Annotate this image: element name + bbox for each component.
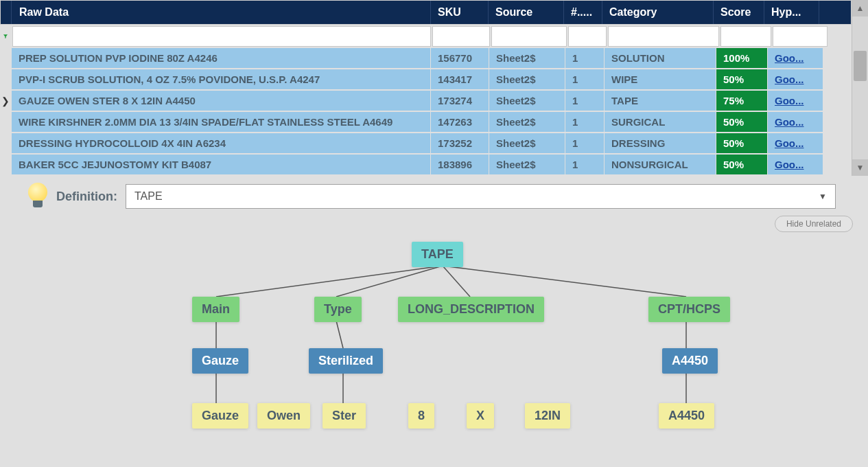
tree-token[interactable]: Owen: [257, 403, 310, 429]
cell-count[interactable]: 1: [565, 133, 604, 153]
cell-count[interactable]: 1: [565, 69, 604, 89]
cell-category[interactable]: NONSURGICAL: [605, 155, 716, 174]
scroll-down-button[interactable]: ▼: [852, 159, 868, 176]
hyperlink[interactable]: Goo...: [775, 159, 804, 170]
cell-raw[interactable]: BAKER 5CC JEJUNOSTOMY KIT B4087: [12, 155, 430, 174]
cell-raw[interactable]: GAUZE OWEN STER 8 X 12IN A4450: [12, 91, 430, 111]
filter-icon[interactable]: [0, 25, 11, 48]
hyperlink[interactable]: Goo...: [775, 137, 804, 149]
filter-sku[interactable]: [432, 26, 490, 47]
cell-source[interactable]: Sheet2$: [489, 155, 565, 174]
cell-hyperlink[interactable]: Goo...: [768, 48, 823, 68]
cell-source[interactable]: Sheet2$: [489, 69, 565, 89]
hide-unrelated-button[interactable]: Hide Unrelated: [775, 216, 853, 232]
cell-sku[interactable]: 156770: [431, 48, 489, 68]
cell-score[interactable]: 50%: [716, 133, 767, 153]
cell-category[interactable]: SURGICAL: [605, 112, 716, 132]
cell-source[interactable]: Sheet2$: [489, 112, 565, 132]
col-header-source[interactable]: Source: [489, 1, 564, 24]
tree-val-main[interactable]: Gauze: [192, 348, 248, 374]
tree-token[interactable]: Ster: [322, 403, 366, 429]
col-header-hyp[interactable]: Hyp...: [764, 1, 819, 24]
col-header-sku[interactable]: SKU: [431, 1, 489, 24]
row-indicator[interactable]: ❯: [0, 91, 11, 111]
cell-count[interactable]: 1: [565, 112, 604, 132]
row-indicator[interactable]: [0, 48, 11, 68]
cell-count[interactable]: 1: [565, 48, 604, 68]
cell-raw[interactable]: PVP-I SCRUB SOLUTION, 4 OZ 7.5% POVIDONE…: [12, 69, 430, 89]
cell-source[interactable]: Sheet2$: [489, 133, 565, 153]
row-indicator[interactable]: [0, 112, 11, 132]
cell-hyperlink[interactable]: Goo...: [768, 91, 823, 111]
cell-score[interactable]: 50%: [716, 112, 767, 132]
scroll-up-button[interactable]: ▲: [852, 0, 868, 16]
tree-attr-long[interactable]: LONG_DESCRIPTION: [398, 297, 544, 322]
filter-count[interactable]: [568, 26, 607, 47]
tree-attr-cpt[interactable]: CPT/HCPS: [648, 297, 730, 322]
cell-score[interactable]: 75%: [716, 91, 767, 111]
cell-sku[interactable]: 183896: [431, 155, 489, 174]
cell-sku[interactable]: 147263: [431, 112, 489, 132]
cell-score[interactable]: 50%: [716, 69, 767, 89]
table-row[interactable]: DRESSING HYDROCOLLOID 4X 4IN A6234173252…: [0, 133, 852, 153]
tree-attr-type[interactable]: Type: [314, 297, 362, 322]
table-row[interactable]: ❯GAUZE OWEN STER 8 X 12IN A4450173274She…: [0, 91, 852, 111]
cell-category[interactable]: WIPE: [605, 69, 716, 89]
tree-token[interactable]: Gauze: [192, 403, 248, 429]
filter-hyp[interactable]: [773, 26, 828, 47]
tree-attr-main[interactable]: Main: [192, 297, 239, 322]
hyperlink[interactable]: Goo...: [775, 116, 804, 128]
row-indicator[interactable]: [0, 69, 11, 89]
col-header-score[interactable]: Score: [714, 1, 764, 24]
cell-count[interactable]: 1: [565, 155, 604, 174]
cell-sku[interactable]: 143417: [431, 69, 489, 89]
cell-score[interactable]: 100%: [716, 48, 767, 68]
cell-hyperlink[interactable]: Goo...: [768, 112, 823, 132]
cell-raw[interactable]: PREP SOLUTION PVP IODINE 80Z A4246: [12, 48, 430, 68]
row-selector-header[interactable]: [1, 1, 12, 24]
filter-source[interactable]: [491, 26, 567, 47]
cell-sku[interactable]: 173252: [431, 133, 489, 153]
cell-raw[interactable]: WIRE KIRSHNER 2.0MM DIA 13 3/4IN SPADE/F…: [12, 112, 430, 132]
cell-hyperlink[interactable]: Goo...: [768, 69, 823, 89]
tree-token[interactable]: A4450: [659, 403, 714, 429]
col-header-count[interactable]: #.....: [564, 1, 602, 24]
filter-raw[interactable]: [12, 26, 431, 47]
cell-hyperlink[interactable]: Goo...: [768, 155, 823, 174]
cell-score[interactable]: 50%: [716, 155, 767, 174]
tree-connectors: [27, 242, 854, 462]
row-indicator[interactable]: [0, 155, 11, 174]
definition-select[interactable]: TAPE ▼: [126, 184, 836, 209]
tree-val-cpt[interactable]: A4450: [662, 348, 718, 374]
table-row[interactable]: PREP SOLUTION PVP IODINE 80Z A4246156770…: [0, 48, 852, 68]
tree-val-type[interactable]: Sterilized: [309, 348, 383, 374]
hyperlink[interactable]: Goo...: [775, 52, 804, 64]
hyperlink[interactable]: Goo...: [775, 73, 804, 85]
cell-category[interactable]: DRESSING: [605, 133, 716, 153]
cell-sku[interactable]: 173274: [431, 91, 489, 111]
table-row[interactable]: BAKER 5CC JEJUNOSTOMY KIT B4087183896She…: [0, 155, 852, 174]
cell-category[interactable]: SOLUTION: [605, 48, 716, 68]
cell-count[interactable]: 1: [565, 91, 604, 111]
cell-source[interactable]: Sheet2$: [489, 91, 565, 111]
table-row[interactable]: WIRE KIRSHNER 2.0MM DIA 13 3/4IN SPADE/F…: [0, 112, 852, 132]
filter-score[interactable]: [720, 26, 771, 47]
scroll-thumb[interactable]: [854, 51, 867, 81]
cell-source[interactable]: Sheet2$: [489, 48, 565, 68]
col-header-raw[interactable]: Raw Data: [12, 1, 431, 24]
cell-category[interactable]: TAPE: [605, 91, 716, 111]
tree-root[interactable]: TAPE: [412, 242, 463, 267]
table-row[interactable]: PVP-I SCRUB SOLUTION, 4 OZ 7.5% POVIDONE…: [0, 69, 852, 89]
cell-raw[interactable]: DRESSING HYDROCOLLOID 4X 4IN A6234: [12, 133, 430, 153]
filter-category[interactable]: [608, 26, 719, 47]
hyperlink[interactable]: Goo...: [775, 95, 804, 106]
svg-line-5: [336, 321, 343, 348]
row-indicator[interactable]: [0, 133, 11, 153]
vertical-scrollbar[interactable]: ▲ ▼: [852, 0, 868, 176]
scroll-track[interactable]: [852, 16, 868, 159]
tree-token[interactable]: 8: [408, 403, 434, 429]
cell-hyperlink[interactable]: Goo...: [768, 133, 823, 153]
tree-token[interactable]: X: [467, 403, 494, 429]
tree-token[interactable]: 12IN: [525, 403, 570, 429]
col-header-category[interactable]: Category: [602, 1, 714, 24]
